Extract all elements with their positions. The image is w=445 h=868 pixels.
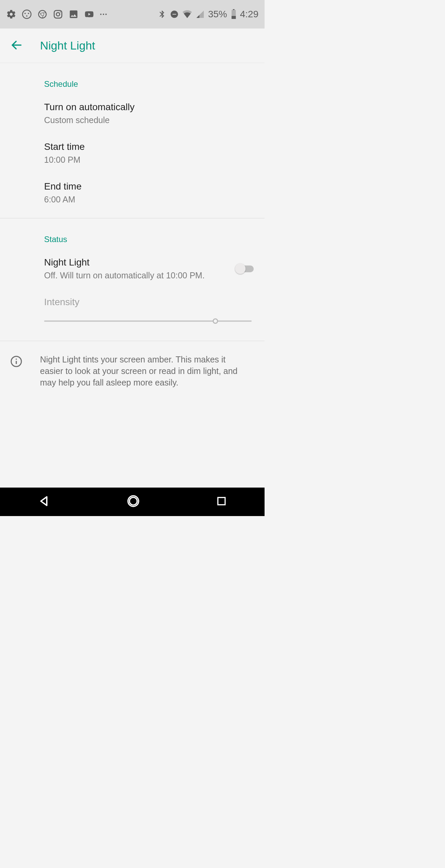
svg-point-0 bbox=[23, 10, 31, 19]
instagram-notif-icon bbox=[53, 9, 63, 19]
schedule-header: Schedule bbox=[0, 63, 265, 89]
page-title: Night Light bbox=[40, 39, 95, 52]
clock-time: 4:29 bbox=[240, 9, 259, 20]
dnd-icon bbox=[170, 10, 179, 19]
svg-point-13 bbox=[16, 358, 17, 360]
chrome-notif-icon bbox=[37, 9, 47, 19]
svg-point-15 bbox=[130, 497, 137, 505]
svg-rect-16 bbox=[218, 497, 225, 505]
info-row: Night Light tints your screen amber. Thi… bbox=[0, 341, 265, 392]
turn-on-subtitle: Custom schedule bbox=[44, 115, 220, 125]
end-time-row[interactable]: End time 6:00 AM bbox=[0, 168, 265, 208]
cell-signal-icon bbox=[196, 10, 205, 19]
svg-point-2 bbox=[28, 13, 29, 14]
turn-on-title: Turn on automatically bbox=[44, 102, 220, 113]
settings-content: Schedule Turn on automatically Custom sc… bbox=[0, 63, 265, 392]
nav-back-icon[interactable] bbox=[38, 495, 51, 509]
photos-notif-icon bbox=[69, 9, 79, 19]
start-time-value: 10:00 PM bbox=[44, 155, 220, 165]
night-light-toggle-row[interactable]: Night Light Off. Will turn on automatica… bbox=[0, 244, 265, 284]
more-notif-icon: ··· bbox=[100, 9, 108, 19]
svg-rect-4 bbox=[54, 11, 62, 18]
night-light-title: Night Light bbox=[44, 257, 228, 268]
svg-point-3 bbox=[26, 15, 27, 17]
app-notif-icon bbox=[22, 9, 32, 19]
bluetooth-icon bbox=[158, 10, 167, 19]
nav-home-icon[interactable] bbox=[126, 494, 140, 510]
battery-icon bbox=[231, 9, 237, 19]
end-time-value: 6:00 AM bbox=[44, 195, 220, 204]
svg-point-6 bbox=[60, 12, 61, 13]
app-bar: Night Light bbox=[0, 28, 265, 63]
night-light-subtitle: Off. Will turn on automatically at 10:00… bbox=[44, 271, 228, 280]
settings-notif-icon bbox=[6, 9, 16, 19]
svg-rect-7 bbox=[233, 9, 234, 10]
info-icon bbox=[10, 355, 22, 388]
status-header: Status bbox=[0, 218, 265, 244]
navigation-bar bbox=[0, 488, 265, 516]
nav-recent-icon[interactable] bbox=[216, 496, 227, 508]
start-time-title: Start time bbox=[44, 141, 220, 152]
youtube-notif-icon bbox=[84, 9, 94, 19]
intensity-slider-thumb[interactable] bbox=[213, 318, 218, 324]
battery-percent: 35% bbox=[208, 9, 227, 20]
end-time-title: End time bbox=[44, 181, 220, 192]
svg-point-1 bbox=[24, 13, 26, 14]
svg-rect-9 bbox=[231, 16, 236, 19]
intensity-title: Intensity bbox=[44, 297, 252, 308]
intensity-row: Intensity bbox=[0, 284, 265, 325]
start-time-row[interactable]: Start time 10:00 PM bbox=[0, 129, 265, 168]
night-light-switch[interactable] bbox=[235, 263, 254, 275]
wifi-icon bbox=[182, 9, 192, 19]
back-arrow-icon[interactable] bbox=[10, 39, 23, 53]
status-bar: ··· 35% 4:29 bbox=[0, 0, 265, 28]
intensity-slider[interactable] bbox=[44, 320, 252, 322]
svg-point-5 bbox=[56, 13, 60, 16]
info-text: Night Light tints your screen amber. Thi… bbox=[40, 354, 254, 388]
turn-on-automatically-row[interactable]: Turn on automatically Custom schedule bbox=[0, 89, 265, 129]
